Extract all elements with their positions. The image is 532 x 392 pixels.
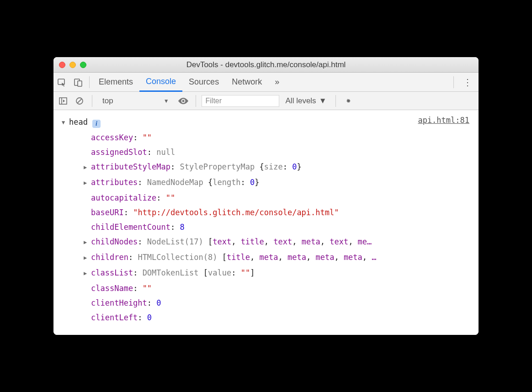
prop-type: HTMLCollection(8) [138,250,217,265]
prop-value: "" [143,130,152,145]
source-link[interactable]: api.html:81 [418,113,469,127]
tab-network[interactable]: Network [225,73,268,92]
settings-icon[interactable] [341,94,355,108]
close-button[interactable] [59,62,65,68]
prop-row[interactable]: ▶ classList: DOMTokenList [ value: "" ] [62,265,470,281]
prop-key: assignedSlot [91,145,147,159]
prop-key: clientHeight [91,296,147,310]
console-output: api.html:81 ▼ head i accessKey: "" assig… [53,110,479,335]
disclosure-triangle-icon[interactable]: ▶ [84,160,90,175]
svg-rect-2 [78,81,82,86]
prop-row[interactable]: clientLeft: 0 [62,310,470,325]
prop-type: DOMTokenList [143,265,199,280]
prop-row[interactable]: accessKey: "" [62,130,470,145]
prop-key: accessKey [91,130,133,145]
prop-row[interactable]: clientHeight: 0 [62,296,470,310]
disclosure-triangle-icon[interactable]: ▶ [84,266,90,281]
chevron-down-icon: ▼ [319,96,327,106]
device-toggle-icon[interactable] [70,73,86,92]
prop-key: className [91,281,133,296]
context-selector[interactable]: top ▼ [98,94,174,108]
live-expression-icon[interactable] [176,94,190,108]
prop-key: children [91,250,128,265]
svg-line-6 [78,99,82,103]
prop-value: "http://devtools.glitch.me/console/api.h… [133,205,339,220]
prop-key: childElementCount [91,220,170,234]
prop-key: autocapitalize [91,191,156,205]
svg-rect-0 [58,79,64,85]
window-title: DevTools - devtools.glitch.me/console/ap… [53,60,479,69]
prop-key: classList [91,265,133,280]
prop-key: attributes [91,175,138,190]
separator [89,76,90,88]
prop-type: NamedNodeMap [147,175,203,190]
object-name: head [69,115,88,129]
prop-row[interactable]: autocapitalize: "" [62,191,470,205]
titlebar: DevTools - devtools.glitch.me/console/ap… [53,57,479,73]
filter-input[interactable]: Filter [202,95,279,107]
tabs-overflow[interactable]: » [268,73,286,92]
disclosure-triangle-icon[interactable]: ▶ [84,250,90,265]
more-menu-icon[interactable]: ⋮ [457,77,479,88]
prop-value: null [156,145,175,159]
prop-value: "" [166,191,175,205]
prop-value: "" [143,281,152,296]
console-toolbar: top ▼ Filter All levels ▼ [53,92,479,110]
info-icon[interactable]: i [92,120,101,128]
prop-key: baseURI [91,205,124,220]
clear-console-icon[interactable] [73,94,86,108]
sidebar-toggle-icon[interactable] [56,94,70,108]
prop-row[interactable]: baseURI: "http://devtools.glitch.me/cons… [62,205,470,220]
maximize-button[interactable] [80,62,86,68]
separator [335,95,336,107]
prop-row[interactable]: ▶ attributes: NamedNodeMap { length: 0 } [62,175,470,191]
prop-type: StylePropertyMap [180,159,255,174]
minimize-button[interactable] [69,62,76,68]
object-header[interactable]: ▼ head i [62,115,470,130]
prop-value: 8 [180,220,185,234]
disclosure-triangle-icon[interactable]: ▶ [84,235,90,249]
prop-row[interactable]: ▶ children: HTMLCollection(8) [title, me… [62,250,470,265]
prop-key: childNodes [91,234,138,249]
prop-key: attributeStyleMap [91,159,170,174]
log-levels-selector[interactable]: All levels ▼ [282,96,330,106]
separator [92,95,92,107]
devtools-window: DevTools - devtools.glitch.me/console/ap… [53,57,479,335]
context-label: top [102,96,113,106]
separator [196,95,196,107]
tabbar: Elements Console Sources Network » ⋮ [53,73,479,92]
separator [453,76,454,88]
chevron-down-icon: ▼ [164,98,169,104]
levels-label: All levels [286,96,316,106]
prop-row[interactable]: ▶ childNodes: NodeList(17) [text, title,… [62,234,470,250]
tab-console[interactable]: Console [139,73,182,92]
filter-placeholder: Filter [206,97,222,105]
disclosure-triangle-icon[interactable]: ▼ [62,115,68,130]
prop-key: clientLeft [91,310,138,325]
tab-elements[interactable]: Elements [92,73,139,92]
tab-sources[interactable]: Sources [182,73,225,92]
disclosure-triangle-icon[interactable]: ▶ [84,175,90,190]
traffic-lights [59,62,86,68]
prop-row[interactable]: childElementCount: 8 [62,220,470,234]
prop-type: NodeList(17) [147,234,203,249]
prop-row[interactable]: assignedSlot: null [62,145,470,159]
inspect-icon[interactable] [53,73,70,92]
prop-value: 0 [156,296,161,310]
prop-row[interactable]: className: "" [62,281,470,296]
prop-row[interactable]: ▶ attributeStyleMap: StylePropertyMap { … [62,159,470,175]
prop-value: 0 [147,310,152,325]
